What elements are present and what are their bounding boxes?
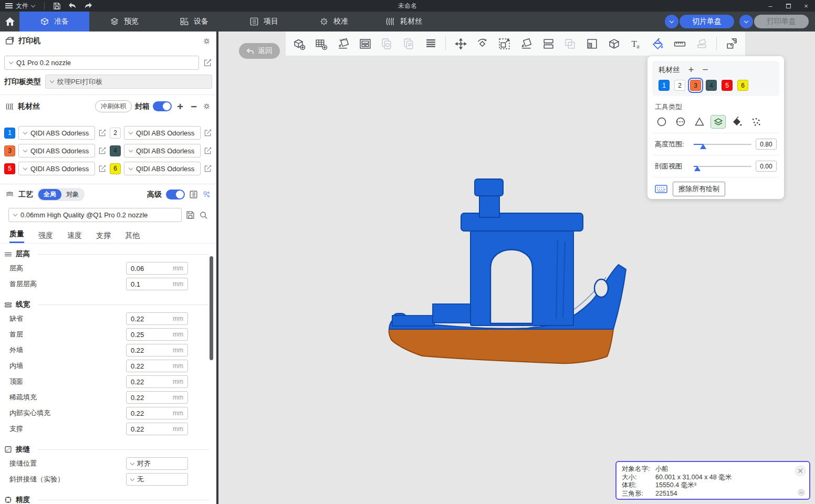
- inner-wall-line-width-input[interactable]: 0.22mm: [126, 360, 188, 372]
- section-view-value[interactable]: 0.00: [756, 161, 777, 172]
- print-plate-button[interactable]: 打印单盘: [754, 15, 809, 28]
- info-collapse-button[interactable]: −: [798, 489, 805, 496]
- outer-wall-line-width-input[interactable]: 0.22mm: [126, 344, 188, 356]
- tab-strength[interactable]: 强度: [38, 231, 53, 243]
- remove-filament-button[interactable]: −: [189, 101, 199, 112]
- scale-tool-button[interactable]: [495, 34, 514, 54]
- save-preset-icon[interactable]: [186, 211, 195, 219]
- tab-speed[interactable]: 速度: [67, 231, 82, 243]
- top-surface-line-width-input[interactable]: 0.22mm: [126, 375, 188, 388]
- minimize-button[interactable]: –: [761, 0, 779, 12]
- paint-swatch-1[interactable]: 1: [659, 80, 670, 91]
- tool-circle-button[interactable]: [654, 115, 669, 129]
- sparse-infill-line-width-input[interactable]: 0.22mm: [126, 391, 188, 404]
- internal-solid-infill-line-width-input[interactable]: 0.22mm: [126, 407, 188, 419]
- scarf-joint-seam-select[interactable]: 无: [126, 473, 188, 486]
- cut-tool-button[interactable]: [539, 34, 558, 54]
- place-on-face-button[interactable]: [517, 34, 536, 54]
- layers-list-button[interactable]: [422, 34, 441, 54]
- text-tool-button[interactable]: Ta: [626, 34, 645, 54]
- filament-2-chip[interactable]: 2: [110, 128, 121, 139]
- search-icon[interactable]: [199, 211, 208, 219]
- tool-gap-fill-button[interactable]: [748, 115, 764, 129]
- tab-calibration[interactable]: 校准: [299, 12, 369, 32]
- merge-tool-button[interactable]: [561, 34, 580, 54]
- filament-1-select[interactable]: QIDI ABS Odorless: [18, 126, 95, 140]
- height-range-value[interactable]: 0.80: [756, 139, 777, 150]
- advanced-toggle[interactable]: [166, 190, 185, 200]
- add-filament-button[interactable]: +: [175, 101, 185, 112]
- erase-all-painting-button[interactable]: 擦除所有绘制: [673, 182, 725, 196]
- filament-2-select[interactable]: QIDI ABS Odorless: [124, 126, 201, 140]
- default-line-width-input[interactable]: 0.22mm: [126, 312, 188, 325]
- auto-orient-button[interactable]: AUTO: [334, 34, 353, 54]
- paint-swatch-2[interactable]: 2: [674, 80, 685, 91]
- print-dropdown-button[interactable]: [739, 15, 753, 28]
- plate-type-select[interactable]: 纹理PEI打印板: [45, 75, 212, 89]
- first-layer-line-width-input[interactable]: 0.25mm: [126, 328, 188, 341]
- layer-height-input[interactable]: 0.06mm: [126, 262, 188, 275]
- variable-layer-height-button[interactable]: [583, 34, 602, 54]
- tab-prepare[interactable]: 准备: [19, 12, 89, 32]
- measure-tool-button[interactable]: [671, 34, 689, 54]
- seal-toggle[interactable]: [153, 101, 172, 111]
- assembly-view-button[interactable]: [722, 34, 741, 54]
- add-model-button[interactable]: [290, 34, 309, 54]
- slice-dropdown-button[interactable]: [665, 15, 678, 28]
- filament-5-select[interactable]: QIDI ABS Odorless: [18, 162, 95, 175]
- home-button[interactable]: [0, 12, 19, 32]
- tool-sphere-button[interactable]: [673, 115, 688, 129]
- paint-swatch-3-selected[interactable]: 3: [690, 80, 701, 91]
- paint-remove-filament-button[interactable]: −: [703, 66, 708, 74]
- flush-volumes-button[interactable]: 冲刷体积: [95, 100, 132, 112]
- slider-thumb[interactable]: [694, 166, 701, 171]
- arrange-button[interactable]: [356, 34, 374, 54]
- edit-icon[interactable]: [204, 146, 212, 155]
- filament-3-chip[interactable]: 3: [4, 145, 15, 156]
- filament-5-chip[interactable]: 5: [4, 163, 15, 174]
- printer-preset-select[interactable]: Q1 Pro 0.2 nozzle: [4, 56, 199, 70]
- scope-object-button[interactable]: 对象: [61, 189, 83, 200]
- first-layer-height-input[interactable]: 0.1mm: [126, 278, 188, 290]
- undo-button[interactable]: [65, 0, 80, 12]
- file-menu-button[interactable]: 文件: [0, 0, 40, 12]
- paint-tool-button[interactable]: [649, 34, 667, 54]
- redo-button[interactable]: [80, 0, 96, 12]
- filament-6-select[interactable]: QIDI ABS Odorless: [124, 162, 201, 175]
- slice-plate-button[interactable]: 切片单盘: [680, 15, 734, 28]
- seam-position-select[interactable]: 对齐: [126, 457, 188, 470]
- tab-preview[interactable]: 预览: [89, 12, 159, 32]
- move-tool-button[interactable]: [451, 34, 470, 54]
- filament-settings-gear-icon[interactable]: [202, 102, 211, 111]
- edit-icon[interactable]: [203, 58, 212, 67]
- edit-icon[interactable]: [98, 164, 107, 173]
- save-button[interactable]: [49, 0, 65, 12]
- scope-global-button[interactable]: 全局: [38, 189, 61, 200]
- edit-icon[interactable]: [98, 146, 107, 155]
- paint-swatch-4[interactable]: 4: [706, 80, 717, 91]
- slider-thumb[interactable]: [700, 144, 706, 149]
- tool-height-range-button-selected[interactable]: [710, 115, 726, 129]
- tab-others[interactable]: 其他: [125, 231, 140, 243]
- paint-add-filament-button[interactable]: +: [688, 66, 694, 74]
- back-button[interactable]: 返回: [239, 43, 280, 59]
- process-preset-select[interactable]: 0.06mm High Quality @Q1 Pro 0.2 nozzle: [8, 208, 182, 222]
- preset-compare-icon[interactable]: [202, 190, 211, 199]
- edit-icon[interactable]: [204, 129, 212, 137]
- add-plate-button[interactable]: [312, 34, 331, 54]
- keyboard-shortcuts-icon[interactable]: [655, 184, 667, 194]
- tab-support[interactable]: 支撑: [96, 231, 111, 243]
- filament-4-chip[interactable]: 4: [110, 145, 121, 156]
- edit-icon[interactable]: [204, 164, 212, 173]
- tab-quality[interactable]: 质量: [9, 229, 24, 243]
- filament-3-select[interactable]: QIDI ABS Odorless: [18, 144, 95, 158]
- info-close-button[interactable]: ✕: [795, 465, 806, 477]
- rotate-tool-button[interactable]: [473, 34, 492, 54]
- tool-triangle-button[interactable]: [692, 115, 707, 129]
- close-button[interactable]: ×: [797, 0, 815, 12]
- height-range-slider[interactable]: [694, 144, 751, 145]
- tab-filament[interactable]: 耗材丝: [369, 12, 438, 32]
- tool-fill-button[interactable]: [729, 115, 745, 129]
- mesh-boolean-button[interactable]: [604, 34, 623, 54]
- parameter-list-icon[interactable]: [189, 190, 198, 199]
